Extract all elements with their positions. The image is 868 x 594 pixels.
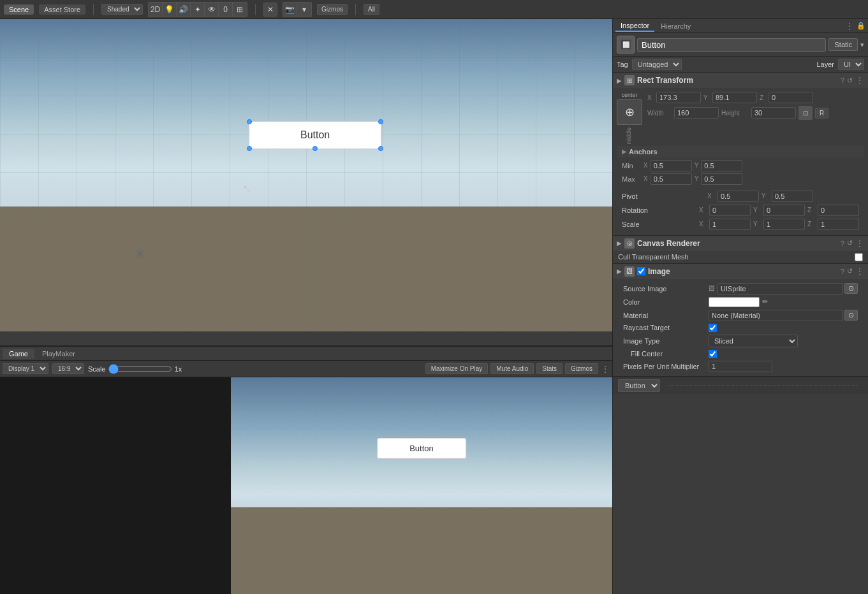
source-image-input[interactable]	[717, 283, 843, 294]
game-toolbar: Display 1 16:9 Scale 1x Maximize On Play…	[0, 361, 612, 377]
anchor-minx-input[interactable]	[651, 160, 692, 171]
scale-x-input[interactable]	[709, 219, 751, 230]
rt-anchor-preset-btn[interactable]: ⊕	[617, 99, 642, 125]
inspector-tab[interactable]: Inspector	[615, 20, 654, 32]
handle-bm[interactable]	[313, 146, 318, 151]
rt-title: Rect Transform	[637, 76, 838, 85]
display-select[interactable]: Display 1	[3, 363, 48, 374]
cr-reset[interactable]: ↺	[847, 239, 853, 247]
rt-reset[interactable]: ↺	[847, 76, 853, 85]
rt-width-input[interactable]	[674, 107, 719, 119]
rt-constrain-btn[interactable]: ⊡	[798, 106, 813, 120]
scale-y-input[interactable]	[763, 219, 805, 230]
asset-store-tab[interactable]: Asset Store	[39, 4, 85, 15]
rt-help[interactable]: ?	[841, 76, 844, 84]
anchor-maxy-input[interactable]	[701, 173, 742, 185]
inspector-more-btn[interactable]: ⋮	[845, 21, 854, 31]
camera-arrow[interactable]: ▾	[297, 3, 311, 17]
gizmos-game-btn[interactable]: Gizmos	[565, 363, 598, 374]
cull-checkbox[interactable]	[855, 253, 863, 261]
scale-xyz: X Y Z	[699, 219, 859, 230]
pivot-x-input[interactable]	[717, 191, 759, 202]
rt-r-btn[interactable]: R	[815, 108, 828, 119]
hidden-button[interactable]: 👁	[205, 3, 219, 17]
game-button[interactable]: Button	[377, 438, 466, 459]
scale-slider[interactable]	[108, 364, 172, 374]
anchor-miny-input[interactable]	[701, 160, 742, 171]
sep-3	[355, 4, 356, 15]
search-btn[interactable]: All	[364, 4, 379, 15]
cr-more[interactable]: ⋮	[855, 238, 864, 249]
material-picker[interactable]: ⊙	[844, 310, 858, 321]
pixels-input[interactable]	[709, 361, 772, 372]
button-component-select[interactable]: Button	[618, 379, 660, 392]
camera-btn[interactable]: 📷	[283, 3, 297, 17]
tag-select[interactable]: Untagged	[632, 59, 682, 70]
counter-button[interactable]: 0	[219, 3, 233, 17]
rt-posy-input[interactable]	[712, 92, 757, 103]
fill-center-checkbox[interactable]	[709, 350, 717, 358]
object-icon: 🔲	[617, 36, 635, 54]
rot-x-input[interactable]	[709, 205, 751, 216]
mute-audio-btn[interactable]: Mute Audio	[490, 363, 534, 374]
game-tab[interactable]: Game	[3, 349, 34, 359]
effect-button[interactable]: ✦	[191, 3, 205, 17]
hierarchy-tab[interactable]: Hierarchy	[656, 21, 696, 31]
img-help[interactable]: ?	[841, 268, 844, 275]
close-scene-btn[interactable]: ✕	[263, 3, 277, 17]
static-button[interactable]: Static	[828, 38, 858, 51]
cr-icon: ◎	[624, 238, 635, 249]
raycast-checkbox[interactable]	[709, 324, 717, 332]
scale-y-label: Y	[753, 221, 761, 228]
anchor-miny-label: Y	[695, 162, 699, 169]
canvas-renderer-header[interactable]: ▶ ◎ Canvas Renderer ? ↺ ⋮	[613, 236, 868, 251]
img-enabled-checkbox[interactable]	[637, 267, 645, 275]
source-image-picker[interactable]: ⊙	[844, 283, 858, 294]
image-header[interactable]: ▶ 🖼 Image ? ↺ ⋮	[613, 264, 868, 279]
scene-tab[interactable]: Scene	[4, 4, 34, 15]
scale-z-input[interactable]	[818, 219, 859, 230]
object-name-input[interactable]	[637, 38, 826, 52]
stats-btn[interactable]: Stats	[536, 363, 563, 374]
inspector-lock-btn[interactable]: 🔒	[857, 22, 865, 30]
rt-posz-input[interactable]	[769, 92, 813, 103]
grid-overlay	[0, 19, 612, 331]
aspect-select[interactable]: 16:9	[52, 363, 84, 374]
maximize-on-play-btn[interactable]: Maximize On Play	[425, 363, 489, 374]
grid-button[interactable]: ⊞	[233, 3, 247, 17]
image-type-select[interactable]: Sliced	[709, 335, 798, 347]
material-input[interactable]	[709, 310, 843, 321]
color-picker-btn[interactable]: ✏	[762, 298, 768, 306]
static-arrow[interactable]: ▾	[860, 41, 864, 49]
scene-viewport[interactable]: Button ↖ ✳	[0, 19, 612, 331]
cr-help[interactable]: ?	[841, 240, 844, 247]
img-reset[interactable]: ↺	[847, 267, 853, 275]
rot-y-input[interactable]	[763, 205, 805, 216]
layer-select[interactable]: UI	[838, 59, 864, 70]
rt-posy-label: Y	[703, 94, 711, 101]
playmaker-tab[interactable]: PlayMaker	[36, 349, 82, 359]
anchor-maxx-input[interactable]	[651, 173, 692, 185]
rt-width-label: Width	[647, 110, 673, 117]
pivot-y-input[interactable]	[772, 191, 813, 202]
2d-button[interactable]: 2D	[149, 3, 163, 17]
shading-select[interactable]: Shaded	[101, 4, 143, 15]
rect-transform-header[interactable]: ▶ ⊞ Rect Transform ? ↺ ⋮	[613, 73, 868, 88]
game-toolbar-more[interactable]: ⋮	[601, 364, 610, 374]
scale-x-label: X	[699, 221, 707, 228]
light-button[interactable]: 💡	[163, 3, 177, 17]
rt-side-label: middle	[626, 126, 633, 146]
img-more[interactable]: ⋮	[855, 266, 864, 277]
rot-z-input[interactable]	[818, 205, 859, 216]
color-preview[interactable]	[709, 297, 760, 307]
anchor-max-label: Max	[622, 175, 641, 183]
scene-button[interactable]: Button	[249, 121, 381, 149]
handle-tl[interactable]	[247, 119, 252, 124]
gizmos-btn[interactable]: Gizmos	[317, 4, 348, 15]
audio-button[interactable]: 🔊	[177, 3, 191, 17]
rt-more[interactable]: ⋮	[855, 75, 864, 85]
rt-posx-input[interactable]	[656, 92, 701, 103]
cr-title: Canvas Renderer	[637, 239, 838, 248]
rt-height-input[interactable]	[751, 107, 796, 119]
handle-bl[interactable]	[247, 146, 252, 151]
